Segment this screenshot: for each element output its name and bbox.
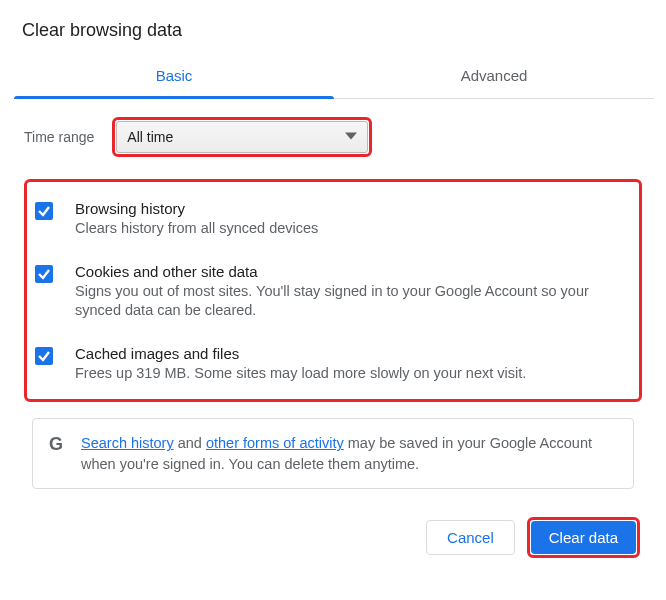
option-title: Browsing history — [75, 200, 629, 217]
time-range-value: All time — [127, 129, 173, 145]
option-cache: Cached images and files Frees up 319 MB.… — [33, 335, 629, 388]
chevron-down-icon — [345, 129, 357, 145]
checkbox-cache[interactable] — [35, 347, 53, 365]
option-title: Cookies and other site data — [75, 263, 629, 280]
time-range-label: Time range — [24, 129, 94, 145]
checkbox-browsing-history[interactable] — [35, 202, 53, 220]
check-icon — [37, 204, 51, 218]
tab-basic[interactable]: Basic — [14, 55, 334, 98]
cancel-button[interactable]: Cancel — [426, 520, 515, 555]
highlight-options: Browsing history Clears history from all… — [24, 179, 642, 402]
clear-browsing-data-dialog: Clear browsing data Basic Advanced Time … — [0, 0, 666, 578]
time-range-select[interactable]: All time — [116, 121, 368, 153]
option-desc: Frees up 319 MB. Some sites may load mor… — [75, 364, 629, 384]
link-search-history[interactable]: Search history — [81, 435, 174, 451]
dialog-body: Time range All time Browsing history Cle… — [8, 99, 658, 489]
highlight-time-range: All time — [112, 117, 372, 157]
dialog-footer: Cancel Clear data — [8, 489, 658, 558]
link-other-activity[interactable]: other forms of activity — [206, 435, 344, 451]
option-browsing-history: Browsing history Clears history from all… — [33, 190, 629, 253]
google-g-icon: G — [49, 435, 63, 453]
option-text: Browsing history Clears history from all… — [75, 200, 629, 239]
option-desc: Signs you out of most sites. You'll stay… — [75, 282, 629, 321]
tab-advanced[interactable]: Advanced — [334, 55, 654, 98]
dialog-title: Clear browsing data — [8, 10, 658, 55]
clear-data-button[interactable]: Clear data — [531, 521, 636, 554]
info-mid1: and — [174, 435, 206, 451]
highlight-clear-data: Clear data — [527, 517, 640, 558]
option-cookies: Cookies and other site data Signs you ou… — [33, 253, 629, 335]
option-text: Cookies and other site data Signs you ou… — [75, 263, 629, 321]
tabs: Basic Advanced — [14, 55, 654, 99]
check-icon — [37, 349, 51, 363]
info-text: Search history and other forms of activi… — [81, 433, 617, 474]
checkbox-cookies[interactable] — [35, 265, 53, 283]
time-range-row: Time range All time — [24, 117, 642, 157]
check-icon — [37, 267, 51, 281]
google-account-info: G Search history and other forms of acti… — [32, 418, 634, 489]
option-title: Cached images and files — [75, 345, 629, 362]
option-text: Cached images and files Frees up 319 MB.… — [75, 345, 629, 384]
option-desc: Clears history from all synced devices — [75, 219, 629, 239]
